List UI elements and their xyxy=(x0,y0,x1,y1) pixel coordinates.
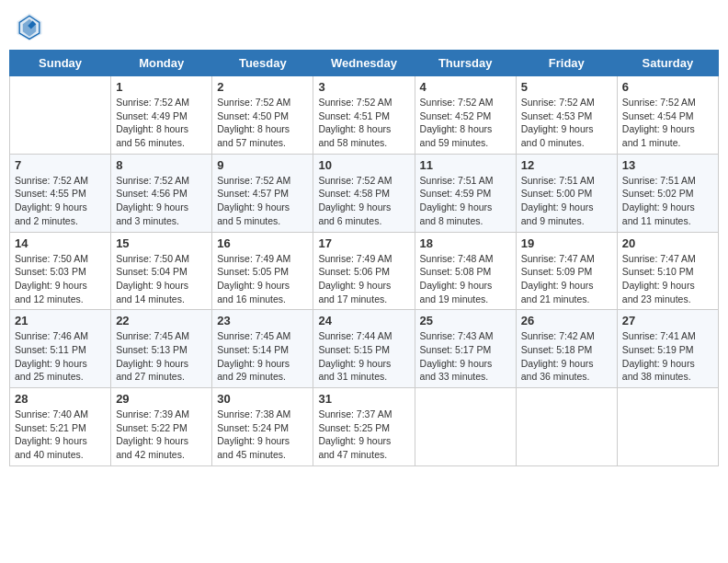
day-number: 28 xyxy=(15,392,106,406)
page-header xyxy=(9,9,719,42)
calendar-cell: 2Sunrise: 7:52 AM Sunset: 4:50 PM Daylig… xyxy=(212,76,313,155)
day-number: 5 xyxy=(521,80,612,94)
day-number: 11 xyxy=(420,158,511,172)
day-info: Sunrise: 7:52 AM Sunset: 4:58 PM Dayligh… xyxy=(318,174,409,228)
day-number: 29 xyxy=(116,392,207,406)
day-info: Sunrise: 7:43 AM Sunset: 5:17 PM Dayligh… xyxy=(420,329,511,384)
day-number: 27 xyxy=(622,314,713,327)
day-number: 23 xyxy=(217,314,308,327)
day-number: 2 xyxy=(217,80,308,94)
day-of-week-header: Sunday xyxy=(10,51,111,76)
calendar-cell: 20Sunrise: 7:47 AM Sunset: 5:10 PM Dayli… xyxy=(617,232,718,310)
day-info: Sunrise: 7:39 AM Sunset: 5:22 PM Dayligh… xyxy=(116,408,207,462)
day-info: Sunrise: 7:51 AM Sunset: 5:00 PM Dayligh… xyxy=(521,174,612,228)
day-info: Sunrise: 7:50 AM Sunset: 5:03 PM Dayligh… xyxy=(15,252,106,306)
day-info: Sunrise: 7:49 AM Sunset: 5:06 PM Dayligh… xyxy=(318,252,409,306)
day-info: Sunrise: 7:52 AM Sunset: 4:52 PM Dayligh… xyxy=(420,96,511,150)
day-number: 9 xyxy=(217,158,308,172)
day-info: Sunrise: 7:52 AM Sunset: 4:49 PM Dayligh… xyxy=(116,96,207,150)
calendar-cell: 14Sunrise: 7:50 AM Sunset: 5:03 PM Dayli… xyxy=(10,232,111,310)
calendar-cell: 4Sunrise: 7:52 AM Sunset: 4:52 PM Daylig… xyxy=(415,76,516,155)
day-number: 14 xyxy=(15,236,106,250)
calendar-cell xyxy=(617,388,718,466)
day-info: Sunrise: 7:49 AM Sunset: 5:05 PM Dayligh… xyxy=(217,252,308,306)
calendar-cell: 13Sunrise: 7:51 AM Sunset: 5:02 PM Dayli… xyxy=(617,154,718,232)
calendar-cell: 10Sunrise: 7:52 AM Sunset: 4:58 PM Dayli… xyxy=(313,154,415,232)
day-number: 19 xyxy=(521,236,612,250)
day-info: Sunrise: 7:52 AM Sunset: 4:55 PM Dayligh… xyxy=(15,174,106,228)
day-info: Sunrise: 7:52 AM Sunset: 4:53 PM Dayligh… xyxy=(521,96,612,150)
day-info: Sunrise: 7:42 AM Sunset: 5:18 PM Dayligh… xyxy=(521,329,612,384)
calendar-cell: 9Sunrise: 7:52 AM Sunset: 4:57 PM Daylig… xyxy=(212,154,313,232)
calendar-cell: 12Sunrise: 7:51 AM Sunset: 5:00 PM Dayli… xyxy=(516,154,617,232)
calendar-cell: 19Sunrise: 7:47 AM Sunset: 5:09 PM Dayli… xyxy=(516,232,617,310)
day-number: 8 xyxy=(116,158,207,172)
day-info: Sunrise: 7:46 AM Sunset: 5:11 PM Dayligh… xyxy=(15,329,106,384)
day-number: 10 xyxy=(318,158,409,172)
calendar-week-row: 28Sunrise: 7:40 AM Sunset: 5:21 PM Dayli… xyxy=(10,388,719,466)
calendar-cell: 11Sunrise: 7:51 AM Sunset: 4:59 PM Dayli… xyxy=(415,154,516,232)
day-info: Sunrise: 7:45 AM Sunset: 5:13 PM Dayligh… xyxy=(116,329,207,384)
calendar-cell: 15Sunrise: 7:50 AM Sunset: 5:04 PM Dayli… xyxy=(111,232,212,310)
calendar-cell: 7Sunrise: 7:52 AM Sunset: 4:55 PM Daylig… xyxy=(10,154,111,232)
day-number: 24 xyxy=(318,314,409,327)
calendar-cell: 31Sunrise: 7:37 AM Sunset: 5:25 PM Dayli… xyxy=(313,388,415,466)
calendar-cell: 18Sunrise: 7:48 AM Sunset: 5:08 PM Dayli… xyxy=(415,232,516,310)
day-info: Sunrise: 7:52 AM Sunset: 4:50 PM Dayligh… xyxy=(217,96,308,150)
day-number: 3 xyxy=(318,80,409,94)
calendar-cell: 25Sunrise: 7:43 AM Sunset: 5:17 PM Dayli… xyxy=(415,310,516,388)
calendar-cell: 29Sunrise: 7:39 AM Sunset: 5:22 PM Dayli… xyxy=(111,388,212,466)
day-info: Sunrise: 7:44 AM Sunset: 5:15 PM Dayligh… xyxy=(318,329,409,384)
day-info: Sunrise: 7:47 AM Sunset: 5:10 PM Dayligh… xyxy=(622,252,713,306)
day-of-week-header: Tuesday xyxy=(212,51,313,76)
day-number: 21 xyxy=(15,314,106,327)
day-number: 13 xyxy=(622,158,713,172)
calendar-cell: 5Sunrise: 7:52 AM Sunset: 4:53 PM Daylig… xyxy=(516,76,617,155)
day-info: Sunrise: 7:52 AM Sunset: 4:57 PM Dayligh… xyxy=(217,174,308,228)
day-of-week-header: Saturday xyxy=(617,51,718,76)
day-number: 16 xyxy=(217,236,308,250)
day-number: 22 xyxy=(116,314,207,327)
day-number: 1 xyxy=(116,80,207,94)
day-info: Sunrise: 7:51 AM Sunset: 4:59 PM Dayligh… xyxy=(420,174,511,228)
calendar-cell: 30Sunrise: 7:38 AM Sunset: 5:24 PM Dayli… xyxy=(212,388,313,466)
day-number: 20 xyxy=(622,236,713,250)
day-info: Sunrise: 7:47 AM Sunset: 5:09 PM Dayligh… xyxy=(521,252,612,306)
day-number: 12 xyxy=(521,158,612,172)
calendar-cell: 26Sunrise: 7:42 AM Sunset: 5:18 PM Dayli… xyxy=(516,310,617,388)
calendar-cell: 8Sunrise: 7:52 AM Sunset: 4:56 PM Daylig… xyxy=(111,154,212,232)
calendar-cell: 21Sunrise: 7:46 AM Sunset: 5:11 PM Dayli… xyxy=(10,310,111,388)
calendar-week-row: 7Sunrise: 7:52 AM Sunset: 4:55 PM Daylig… xyxy=(10,154,719,232)
day-number: 15 xyxy=(116,236,207,250)
day-info: Sunrise: 7:52 AM Sunset: 4:56 PM Dayligh… xyxy=(116,174,207,228)
day-info: Sunrise: 7:50 AM Sunset: 5:04 PM Dayligh… xyxy=(116,252,207,306)
calendar-week-row: 14Sunrise: 7:50 AM Sunset: 5:03 PM Dayli… xyxy=(10,232,719,310)
calendar-cell: 24Sunrise: 7:44 AM Sunset: 5:15 PM Dayli… xyxy=(313,310,415,388)
day-info: Sunrise: 7:51 AM Sunset: 5:02 PM Dayligh… xyxy=(622,174,713,228)
calendar-cell: 27Sunrise: 7:41 AM Sunset: 5:19 PM Dayli… xyxy=(617,310,718,388)
calendar-table: SundayMondayTuesdayWednesdayThursdayFrid… xyxy=(9,50,719,466)
day-info: Sunrise: 7:38 AM Sunset: 5:24 PM Dayligh… xyxy=(217,408,308,462)
calendar-week-row: 21Sunrise: 7:46 AM Sunset: 5:11 PM Dayli… xyxy=(10,310,719,388)
day-of-week-header: Friday xyxy=(516,51,617,76)
day-info: Sunrise: 7:52 AM Sunset: 4:51 PM Dayligh… xyxy=(318,96,409,150)
logo xyxy=(13,9,50,42)
calendar-cell: 3Sunrise: 7:52 AM Sunset: 4:51 PM Daylig… xyxy=(313,76,415,155)
calendar-cell: 1Sunrise: 7:52 AM Sunset: 4:49 PM Daylig… xyxy=(111,76,212,155)
calendar-cell: 6Sunrise: 7:52 AM Sunset: 4:54 PM Daylig… xyxy=(617,76,718,155)
calendar-cell xyxy=(10,76,111,155)
calendar-week-row: 1Sunrise: 7:52 AM Sunset: 4:49 PM Daylig… xyxy=(10,76,719,155)
day-number: 6 xyxy=(622,80,713,94)
calendar-cell: 22Sunrise: 7:45 AM Sunset: 5:13 PM Dayli… xyxy=(111,310,212,388)
day-number: 26 xyxy=(521,314,612,327)
calendar-header-row: SundayMondayTuesdayWednesdayThursdayFrid… xyxy=(10,51,719,76)
day-info: Sunrise: 7:41 AM Sunset: 5:19 PM Dayligh… xyxy=(622,329,713,384)
day-number: 4 xyxy=(420,80,511,94)
day-number: 25 xyxy=(420,314,511,327)
day-number: 17 xyxy=(318,236,409,250)
calendar-cell xyxy=(415,388,516,466)
day-of-week-header: Thursday xyxy=(415,51,516,76)
day-info: Sunrise: 7:45 AM Sunset: 5:14 PM Dayligh… xyxy=(217,329,308,384)
day-info: Sunrise: 7:37 AM Sunset: 5:25 PM Dayligh… xyxy=(318,408,409,462)
day-number: 30 xyxy=(217,392,308,406)
